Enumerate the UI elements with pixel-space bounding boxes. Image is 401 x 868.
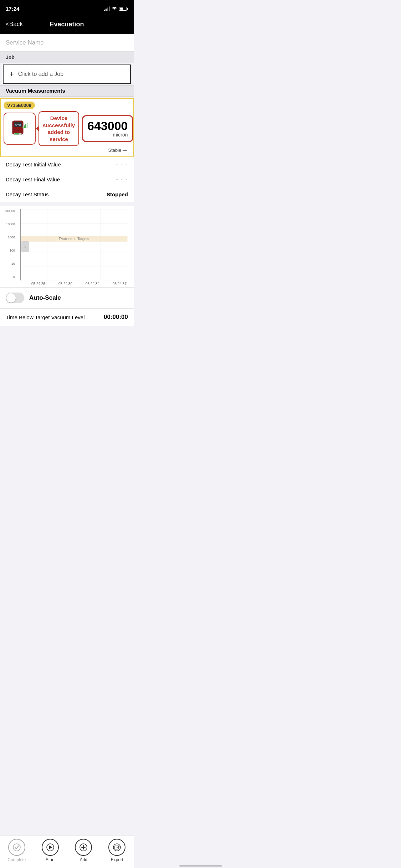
decay-initial-row: Decay Test Initial Value - - - — [0, 157, 134, 172]
y-label-100: 100 — [10, 249, 15, 252]
auto-scale-toggle[interactable] — [6, 293, 24, 303]
chart-x-labels: 05:24:26 05:24:30 05:24:34 05:24:37 — [17, 280, 131, 287]
svg-rect-4 — [24, 125, 25, 128]
decay-final-row: Decay Test Final Value - - - — [0, 172, 134, 187]
decay-final-label: Decay Test Final Value — [6, 176, 60, 182]
svg-text:AV760: AV760 — [15, 124, 21, 126]
add-job-plus-icon: + — [9, 69, 14, 79]
svg-text:Evacuation Targets: Evacuation Targets — [59, 237, 89, 241]
chart-svg: Evacuation Targets › — [17, 209, 131, 280]
nav-bar: <Back Evacuation — [0, 16, 134, 34]
decay-final-value: - - - — [116, 176, 128, 182]
status-bar: 17:24 — [0, 0, 134, 16]
battery-icon — [119, 7, 128, 11]
auto-scale-label: Auto-Scale — [29, 294, 61, 301]
svg-rect-10 — [21, 134, 22, 134]
auto-scale-row: Auto-Scale — [0, 287, 134, 308]
svg-rect-9 — [15, 133, 20, 135]
device-tag: V715E0309 — [4, 102, 130, 111]
device-gauge-icon: AV760 ↔ — [9, 118, 30, 139]
signal-bars-icon — [104, 6, 110, 11]
add-job-button[interactable]: + Click to add a Job — [3, 64, 131, 84]
device-icon-box: AV760 ↔ — [4, 113, 36, 145]
time-below-target-row: Time Below Target Vacuum Level 00:00:00 — [0, 308, 134, 326]
job-section-header: Job — [0, 52, 134, 63]
time-below-value: 00:00:00 — [104, 314, 128, 321]
back-button[interactable]: <Back — [6, 21, 23, 28]
y-label-10: 10 — [11, 262, 15, 265]
stable-text: Stable — — [4, 146, 130, 154]
vacuum-measurements-header: Vacuum Measurements — [0, 85, 134, 97]
decay-status-label: Decay Test Status — [6, 191, 49, 197]
svg-text:›: › — [24, 244, 26, 249]
status-icons — [104, 6, 128, 11]
vacuum-measurements-label: Vacuum Measurements — [6, 88, 65, 94]
wifi-icon — [112, 6, 117, 11]
y-label-10000: 10000 — [6, 222, 15, 226]
decay-status-row: Decay Test Status Stopped — [0, 187, 134, 202]
device-tooltip: Device successfully added to service — [38, 111, 79, 146]
y-label-1000: 1000 — [8, 236, 15, 239]
page-title: Evacuation — [50, 21, 84, 28]
measurement-number: 643000 — [87, 120, 128, 132]
svg-rect-5 — [25, 124, 26, 128]
measurement-unit: micron — [87, 132, 128, 138]
device-row: V715E0309 AV760 ↔ — [0, 98, 134, 157]
x-label-2: 05:24:34 — [86, 282, 99, 286]
job-label: Job — [6, 55, 15, 60]
device-id: V715E0309 — [4, 102, 35, 109]
service-name-row[interactable]: Service Name — [0, 34, 134, 52]
y-label-0: 0 — [13, 275, 15, 279]
svg-rect-3 — [22, 126, 24, 128]
svg-rect-6 — [27, 123, 28, 128]
service-name-placeholder: Service Name — [6, 39, 44, 46]
status-time: 17:24 — [6, 6, 19, 12]
x-label-1: 05:24:30 — [58, 282, 72, 286]
device-tooltip-text: Device successfully added to service — [43, 115, 75, 142]
decay-status-value: Stopped — [107, 191, 128, 197]
add-job-text: Click to add a Job — [18, 71, 63, 77]
toggle-thumb — [6, 293, 16, 303]
x-label-3: 05:24:37 — [113, 282, 127, 286]
svg-text:↔: ↔ — [16, 129, 20, 132]
main-content: Service Name Job + Click to add a Job Va… — [0, 34, 134, 358]
x-label-0: 05:24:26 — [31, 282, 45, 286]
chart-container: 100000 10000 1000 100 10 0 — [0, 206, 134, 287]
y-label-100000: 100000 — [4, 209, 15, 213]
decay-initial-label: Decay Test Initial Value — [6, 161, 61, 167]
measurement-value-box: 643000 micron — [82, 115, 133, 142]
time-below-label: Time Below Target Vacuum Level — [6, 314, 85, 320]
decay-initial-value: - - - — [116, 161, 128, 167]
device-content: AV760 ↔ Device successfully added to ser… — [4, 111, 130, 146]
